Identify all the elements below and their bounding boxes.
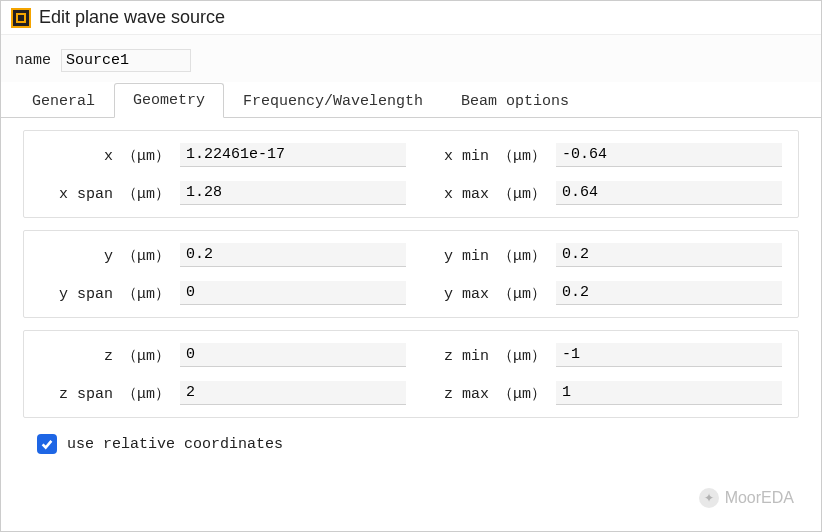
x-max-field: x max （μm） <box>416 181 782 205</box>
x-input[interactable] <box>180 143 406 167</box>
app-icon <box>11 8 31 28</box>
tab-general[interactable]: General <box>13 84 114 118</box>
geometry-panel: x （μm） x min （μm） x span （μm） x max （μm）… <box>1 118 821 531</box>
y-max-field: y max （μm） <box>416 281 782 305</box>
y-max-label: y max （μm） <box>416 284 556 303</box>
z-min-input[interactable] <box>556 343 782 367</box>
y-min-input[interactable] <box>556 243 782 267</box>
titlebar: Edit plane wave source <box>1 1 821 35</box>
tab-beam-options[interactable]: Beam options <box>442 84 588 118</box>
check-icon <box>40 437 54 451</box>
window-title: Edit plane wave source <box>39 7 225 28</box>
z-span-input[interactable] <box>180 381 406 405</box>
name-label: name <box>15 52 51 69</box>
dialog-window: Edit plane wave source name General Geom… <box>0 0 822 532</box>
x-min-label: x min （μm） <box>416 146 556 165</box>
relative-coords-checkbox[interactable] <box>37 434 57 454</box>
tab-geometry[interactable]: Geometry <box>114 83 224 118</box>
x-max-input[interactable] <box>556 181 782 205</box>
relative-coords-row: use relative coordinates <box>23 430 799 454</box>
y-input[interactable] <box>180 243 406 267</box>
name-row: name <box>1 35 821 82</box>
z-field: z （μm） <box>40 343 406 367</box>
z-group: z （μm） z min （μm） z span （μm） z max （μm） <box>23 330 799 418</box>
z-input[interactable] <box>180 343 406 367</box>
y-max-input[interactable] <box>556 281 782 305</box>
z-min-label: z min （μm） <box>416 346 556 365</box>
x-span-field: x span （μm） <box>40 181 406 205</box>
y-span-input[interactable] <box>180 281 406 305</box>
x-max-label: x max （μm） <box>416 184 556 203</box>
x-span-input[interactable] <box>180 181 406 205</box>
x-group: x （μm） x min （μm） x span （μm） x max （μm） <box>23 130 799 218</box>
z-span-label: z span （μm） <box>40 384 180 403</box>
tab-frequency-wavelength[interactable]: Frequency/Wavelength <box>224 84 442 118</box>
z-max-field: z max （μm） <box>416 381 782 405</box>
y-group: y （μm） y min （μm） y span （μm） y max （μm） <box>23 230 799 318</box>
z-label: z （μm） <box>40 346 180 365</box>
y-span-field: y span （μm） <box>40 281 406 305</box>
x-label: x （μm） <box>40 146 180 165</box>
tab-strip: General Geometry Frequency/Wavelength Be… <box>1 82 821 118</box>
x-min-field: x min （μm） <box>416 143 782 167</box>
x-field: x （μm） <box>40 143 406 167</box>
z-span-field: z span （μm） <box>40 381 406 405</box>
x-min-input[interactable] <box>556 143 782 167</box>
y-min-field: y min （μm） <box>416 243 782 267</box>
relative-coords-label: use relative coordinates <box>67 436 283 453</box>
y-label: y （μm） <box>40 246 180 265</box>
z-min-field: z min （μm） <box>416 343 782 367</box>
y-min-label: y min （μm） <box>416 246 556 265</box>
z-max-input[interactable] <box>556 381 782 405</box>
name-input[interactable] <box>61 49 191 72</box>
x-span-label: x span （μm） <box>40 184 180 203</box>
y-field: y （μm） <box>40 243 406 267</box>
y-span-label: y span （μm） <box>40 284 180 303</box>
z-max-label: z max （μm） <box>416 384 556 403</box>
